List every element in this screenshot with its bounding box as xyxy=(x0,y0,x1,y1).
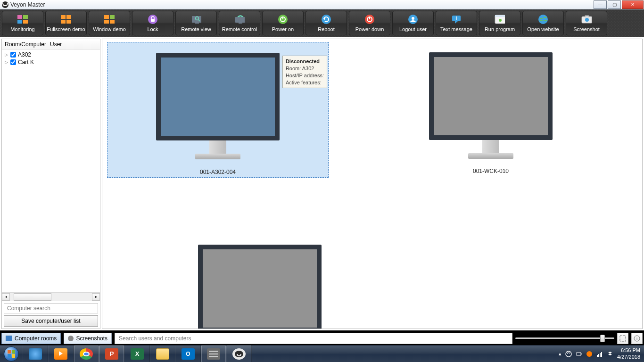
computer-canvas[interactable]: 001-A302-004 Disconnected Room: A302 Hos… xyxy=(102,39,643,329)
rooms-icon xyxy=(6,336,12,341)
taskbar-app-excel[interactable]: X xyxy=(124,346,150,362)
taskbar-app-explorer[interactable] xyxy=(150,346,175,362)
power-on-icon xyxy=(278,14,288,25)
open-website-button[interactable]: Open website xyxy=(522,11,564,35)
zoom-slider[interactable] xyxy=(515,333,614,344)
save-list-button[interactable]: Save computer/user list xyxy=(4,315,98,327)
tree-item[interactable]: ▷ A302 xyxy=(2,51,100,58)
computer-tile[interactable]: 001-WCK-010 xyxy=(385,42,596,176)
tooltip-title: Disconnected xyxy=(286,58,320,64)
lock-button[interactable]: Lock xyxy=(132,11,173,35)
outlook-icon: O xyxy=(182,348,195,360)
toolbar-label: Monitoring xyxy=(10,26,34,32)
taskbar-app-mediaplayer[interactable] xyxy=(48,346,74,362)
remote-view-icon xyxy=(191,14,201,25)
computer-search-input[interactable] xyxy=(4,303,98,313)
screenshot-button[interactable]: Screenshot xyxy=(566,11,607,35)
taskbar-app-powerpoint[interactable]: P xyxy=(99,346,124,362)
tooltip-line: Room: A302 xyxy=(286,66,314,71)
svg-rect-4 xyxy=(61,15,66,19)
svg-rect-34 xyxy=(495,15,505,17)
svg-point-29 xyxy=(412,17,414,20)
fit-view-button[interactable] xyxy=(617,333,628,344)
expand-arrow-icon[interactable]: ▷ xyxy=(4,52,8,57)
computer-label: 001-A302-004 xyxy=(107,169,328,175)
tray-sync-icon[interactable] xyxy=(565,351,572,357)
sidebar-hscroll[interactable]: ◂ ▸ xyxy=(2,292,100,301)
computer-tile[interactable]: 001-WCK-015 xyxy=(154,234,365,329)
taskbar-app-chrome[interactable] xyxy=(74,346,99,362)
tray-up-icon[interactable]: ▴ xyxy=(559,351,561,357)
scroll-right-button[interactable]: ▸ xyxy=(92,293,100,301)
reboot-button[interactable]: Reboot xyxy=(305,11,347,35)
power-on-button[interactable]: Power on xyxy=(262,11,304,35)
svg-rect-13 xyxy=(151,19,155,22)
tree-item-label: Cart K xyxy=(18,59,34,66)
taskbar-app-outlook[interactable]: O xyxy=(175,346,201,362)
message-icon: i xyxy=(451,14,462,25)
tray-network-icon[interactable] xyxy=(596,351,603,357)
system-tray[interactable]: ▴ 6:56 PM 4/27/2018 xyxy=(559,347,644,360)
toolbar-label: Remote control xyxy=(222,26,257,32)
svg-rect-7 xyxy=(66,20,71,24)
toolbar-label: Logout user xyxy=(399,26,427,32)
room-checkbox[interactable] xyxy=(10,52,16,58)
svg-rect-47 xyxy=(597,355,598,357)
global-search-input[interactable] xyxy=(115,333,512,344)
svg-rect-19 xyxy=(239,23,242,24)
tab-label: Computer rooms xyxy=(15,335,57,342)
svg-point-43 xyxy=(566,351,571,357)
svg-point-46 xyxy=(586,351,592,357)
scroll-track[interactable] xyxy=(10,293,92,301)
taskbar-clock[interactable]: 6:56 PM 4/27/2018 xyxy=(617,347,640,360)
power-down-button[interactable]: Power down xyxy=(349,11,390,35)
remote-view-button[interactable]: Remote view xyxy=(175,11,217,35)
slider-thumb[interactable] xyxy=(600,335,605,342)
logout-icon xyxy=(408,14,418,25)
scroll-left-button[interactable]: ◂ xyxy=(2,293,10,301)
computer-tooltip: Disconnected Room: A302 Host/IP address:… xyxy=(282,56,327,88)
sidebar-col-user[interactable]: User xyxy=(50,41,62,48)
svg-rect-11 xyxy=(110,20,115,24)
screenshots-tab[interactable]: Screenshots xyxy=(64,333,112,344)
monitoring-button[interactable]: Monitoring xyxy=(2,11,43,35)
windows-taskbar: P X O ▴ 6:56 PM 4/27/2018 xyxy=(0,345,644,362)
tiles-orange-icon xyxy=(61,14,71,25)
tree-item[interactable]: ▷ Cart K xyxy=(2,58,100,66)
computer-tile[interactable]: 001-A302-004 Disconnected Room: A302 Hos… xyxy=(107,42,329,178)
toolbar-label: Window demo xyxy=(93,26,126,32)
taskbar-app-ie[interactable] xyxy=(23,346,48,362)
svg-rect-15 xyxy=(195,23,199,24)
monitor-icon xyxy=(198,245,322,329)
tray-dropbox-icon[interactable] xyxy=(607,351,613,357)
expand-arrow-icon[interactable]: ▷ xyxy=(4,60,8,65)
clock-date: 4/27/2018 xyxy=(617,354,640,360)
taskbar-app-veyon[interactable] xyxy=(226,346,252,362)
tray-battery-icon[interactable] xyxy=(576,351,582,357)
svg-rect-48 xyxy=(598,354,599,357)
maximize-button[interactable]: ▢ xyxy=(608,0,621,9)
minimize-button[interactable]: — xyxy=(594,0,607,9)
sidebar-col-room[interactable]: Room/Computer xyxy=(5,41,50,48)
reboot-icon xyxy=(321,14,331,25)
veyon-icon xyxy=(232,348,246,360)
room-tree[interactable]: ▷ A302 ▷ Cart K xyxy=(2,50,100,292)
close-button[interactable]: ✕ xyxy=(622,0,644,9)
scroll-thumb[interactable] xyxy=(14,293,51,301)
start-button[interactable] xyxy=(0,346,23,362)
toolbar-label: Reboot xyxy=(318,26,334,32)
remote-control-button[interactable]: Remote control xyxy=(219,11,260,35)
logout-user-button[interactable]: Logout user xyxy=(392,11,434,35)
svg-rect-9 xyxy=(110,15,115,19)
tray-avast-icon[interactable] xyxy=(586,351,593,357)
text-message-button[interactable]: i Text message xyxy=(436,11,477,35)
computer-rooms-tab[interactable]: Computer rooms xyxy=(1,333,61,344)
window-demo-button[interactable]: Window demo xyxy=(89,11,130,35)
room-checkbox[interactable] xyxy=(10,59,16,65)
info-button[interactable]: i xyxy=(631,333,643,344)
taskbar-app-veyon-config[interactable] xyxy=(201,346,226,362)
run-program-button[interactable]: Run program xyxy=(479,11,520,35)
svg-rect-45 xyxy=(581,354,582,354)
svg-point-35 xyxy=(499,19,502,22)
fullscreen-demo-button[interactable]: Fullscreen demo xyxy=(45,11,87,35)
